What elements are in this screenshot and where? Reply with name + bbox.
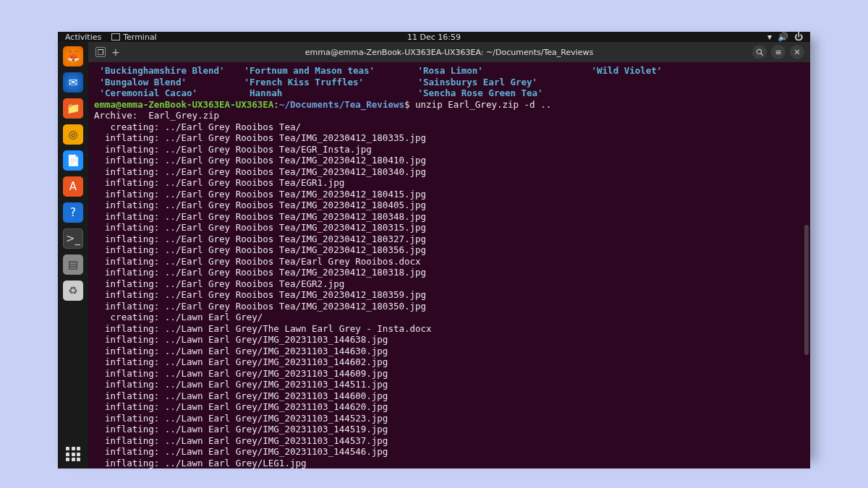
ls-entry [586, 87, 702, 99]
dock: 🦊 ✉ 📁 ◎ 📄 A ? >_ ▤ ♻ [58, 42, 88, 468]
output-line: inflating: ../Earl Grey Rooibos Tea/IMG_… [94, 200, 804, 211]
ls-entry: 'Fortnum and Mason teas' [239, 65, 412, 77]
dock-files-icon[interactable]: 📁 [63, 98, 83, 119]
terminal-app-icon [111, 33, 120, 40]
menu-button[interactable]: ≡ [771, 45, 786, 59]
power-icon: ⏻ [794, 32, 803, 42]
dock-writer-icon[interactable]: 📄 [63, 150, 83, 171]
output-line: inflating: ../Earl Grey Rooibos Tea/IMG_… [94, 132, 804, 144]
dock-disk-icon[interactable]: ▤ [63, 254, 83, 275]
command-text: unzip Earl_Grey.zip -d .. [415, 99, 551, 110]
dock-music-icon[interactable]: ◎ [63, 124, 83, 145]
system-tray[interactable]: ▾ 🔊 ⏻ [767, 32, 803, 42]
close-button[interactable]: ✕ [790, 45, 804, 59]
ls-entry: 'Rosa Limon' [412, 65, 586, 77]
output-line: inflating: ../Lawn Earl Grey/IMG_2023110… [94, 401, 804, 413]
ls-entry: 'Buckinghamshire Blend' [94, 65, 239, 77]
volume-icon: 🔊 [778, 32, 788, 42]
output-line: inflating: ../Earl Grey Rooibos Tea/EGR2… [94, 278, 804, 290]
terminal-output[interactable]: 'Buckinghamshire Blend' 'Fortnum and Mas… [88, 62, 810, 468]
svg-point-0 [757, 49, 761, 53]
new-tab-icon[interactable]: ❐ [95, 47, 106, 57]
clock[interactable]: 11 Dec 16:59 [407, 33, 461, 42]
ls-entry [586, 77, 702, 88]
ls-entry: 'French Kiss Truffles' [239, 77, 412, 88]
ls-row: 'Ceremonial Cacao' Hannah 'Sencha Rose G… [94, 87, 804, 99]
prompt-user: emma@emma-ZenBook-UX363EA-UX363EA [94, 99, 273, 110]
svg-line-1 [761, 53, 763, 56]
ls-row: 'Bungalow Blend' 'French Kiss Truffles' … [94, 77, 804, 88]
ls-entry: 'Bungalow Blend' [94, 77, 239, 88]
terminal-window: ❐ + emma@emma-ZenBook-UX363EA-UX363EA: ~… [88, 42, 810, 468]
output-line: inflating: ../Earl Grey Rooibos Tea/IMG_… [94, 234, 804, 245]
output-line: inflating: ../Lawn Earl Grey/IMG_2023110… [94, 446, 804, 458]
prompt-path: ~/Documents/Tea_Reviews [279, 99, 404, 110]
output-line: inflating: ../Lawn Earl Grey/IMG_2023110… [94, 334, 804, 346]
ls-entry: 'Sencha Rose Green Tea' [412, 87, 586, 99]
output-line: inflating: ../Earl Grey Rooibos Tea/IMG_… [94, 189, 804, 200]
output-line: inflating: ../Lawn Earl Grey/IMG_2023110… [94, 413, 804, 424]
output-line: inflating: ../Earl Grey Rooibos Tea/IMG_… [94, 267, 804, 278]
close-icon: ✕ [793, 48, 800, 57]
hamburger-icon: ≡ [775, 48, 781, 57]
dock-trash-icon[interactable]: ♻ [63, 281, 83, 301]
scrollbar[interactable] [804, 225, 809, 355]
output-line: inflating: ../Lawn Earl Grey/IMG_2023110… [94, 379, 804, 390]
output-line: inflating: ../Lawn Earl Grey/IMG_2023110… [94, 424, 804, 435]
dock-software-icon[interactable]: A [63, 176, 83, 197]
output-line: inflating: ../Lawn Earl Grey/IMG_2023110… [94, 346, 804, 357]
ls-entry: 'Ceremonial Cacao' [94, 87, 239, 99]
output-line: inflating: ../Earl Grey Rooibos Tea/IMG_… [94, 222, 804, 234]
output-line: inflating: ../Earl Grey Rooibos Tea/IMG_… [94, 166, 804, 178]
output-line: Archive: Earl_Grey.zip [94, 110, 804, 121]
output-line: inflating: ../Lawn Earl Grey/IMG_2023110… [94, 368, 804, 380]
ls-entry: 'Wild Violet' [586, 65, 702, 77]
output-line: inflating: ../Earl Grey Rooibos Tea/Earl… [94, 256, 804, 267]
dock-terminal-icon[interactable]: >_ [63, 228, 83, 249]
output-line: inflating: ../Earl Grey Rooibos Tea/EGR1… [94, 177, 804, 189]
output-line: inflating: ../Earl Grey Rooibos Tea/IMG_… [94, 289, 804, 301]
search-button[interactable] [752, 45, 767, 59]
dock-thunderbird-icon[interactable]: ✉ [63, 72, 83, 93]
ls-entry: 'Sainsburys Earl Grey' [412, 77, 586, 88]
window-title: emma@emma-ZenBook-UX363EA-UX363EA: ~/Doc… [305, 48, 594, 57]
window-titlebar[interactable]: ❐ + emma@emma-ZenBook-UX363EA-UX363EA: ~… [88, 42, 810, 62]
output-line: inflating: ../Earl Grey Rooibos Tea/IMG_… [94, 301, 804, 312]
output-line: creating: ../Lawn Earl Grey/ [94, 312, 804, 323]
ls-entry: Hannah [239, 87, 412, 99]
prompt-line: emma@emma-ZenBook-UX363EA-UX363EA:~/Docu… [94, 99, 804, 111]
output-line: creating: ../Earl Grey Rooibos Tea/ [94, 121, 804, 133]
show-applications-button[interactable] [63, 444, 83, 464]
app-menu-label: Terminal [123, 33, 157, 42]
output-line: inflating: ../Lawn Earl Grey/The Lawn Ea… [94, 323, 804, 335]
desktop: Activities Terminal 11 Dec 16:59 ▾ 🔊 ⏻ 🦊… [58, 32, 810, 456]
gnome-topbar: Activities Terminal 11 Dec 16:59 ▾ 🔊 ⏻ [58, 32, 810, 42]
app-menu[interactable]: Terminal [111, 33, 157, 42]
ls-row: 'Buckinghamshire Blend' 'Fortnum and Mas… [94, 65, 804, 77]
plus-icon[interactable]: + [111, 46, 120, 58]
output-line: inflating: ../Lawn Earl Grey/LEG1.jpg [94, 458, 804, 469]
dock-help-icon[interactable]: ? [63, 202, 83, 223]
output-line: inflating: ../Earl Grey Rooibos Tea/IMG_… [94, 211, 804, 223]
output-line: inflating: ../Earl Grey Rooibos Tea/EGR_… [94, 144, 804, 155]
search-icon [756, 48, 764, 56]
activities-button[interactable]: Activities [65, 33, 101, 42]
wifi-icon: ▾ [767, 32, 772, 42]
output-line: inflating: ../Lawn Earl Grey/IMG_2023110… [94, 390, 804, 402]
dock-firefox-icon[interactable]: 🦊 [63, 46, 83, 67]
output-line: inflating: ../Earl Grey Rooibos Tea/IMG_… [94, 155, 804, 166]
output-line: inflating: ../Lawn Earl Grey/IMG_2023110… [94, 356, 804, 368]
output-line: inflating: ../Lawn Earl Grey/IMG_2023110… [94, 435, 804, 447]
output-line: inflating: ../Earl Grey Rooibos Tea/IMG_… [94, 244, 804, 256]
